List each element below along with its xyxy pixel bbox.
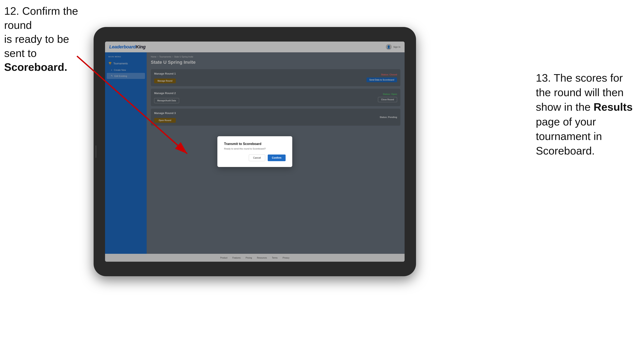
modal-confirm-button[interactable]: Confirm <box>268 155 286 161</box>
tablet-device: LeaderboardKing 👤 Sign In MAIN MENU 🏆 To… <box>94 27 416 276</box>
modal-buttons: Cancel Confirm <box>224 155 286 161</box>
instruction-line1: 12. Confirm the round <box>4 5 78 31</box>
instruction-top: 12. Confirm the round is ready to be sen… <box>4 4 87 74</box>
modal-subtitle: Ready to send this round to Scoreboard? <box>224 148 286 150</box>
instruction-right-bold: Results <box>594 101 633 113</box>
modal-title: Transmit to Scoreboard <box>224 142 286 146</box>
modal-overlay: Transmit to Scoreboard Ready to send thi… <box>105 41 404 262</box>
instruction-right-intro: 13. The scores for the round will then s… <box>536 72 632 157</box>
tablet-side-button <box>95 145 96 158</box>
modal-box: Transmit to Scoreboard Ready to send thi… <box>217 136 292 167</box>
instruction-line2: is ready to be sent to <box>4 33 69 59</box>
instruction-right: 13. The scores for the round will then s… <box>536 71 640 158</box>
instruction-right-outro: page of your tournament in Scoreboard. <box>536 116 602 157</box>
modal-cancel-button[interactable]: Cancel <box>249 155 265 161</box>
instruction-bold: Scoreboard. <box>4 61 67 73</box>
tablet-screen: LeaderboardKing 👤 Sign In MAIN MENU 🏆 To… <box>105 41 404 262</box>
